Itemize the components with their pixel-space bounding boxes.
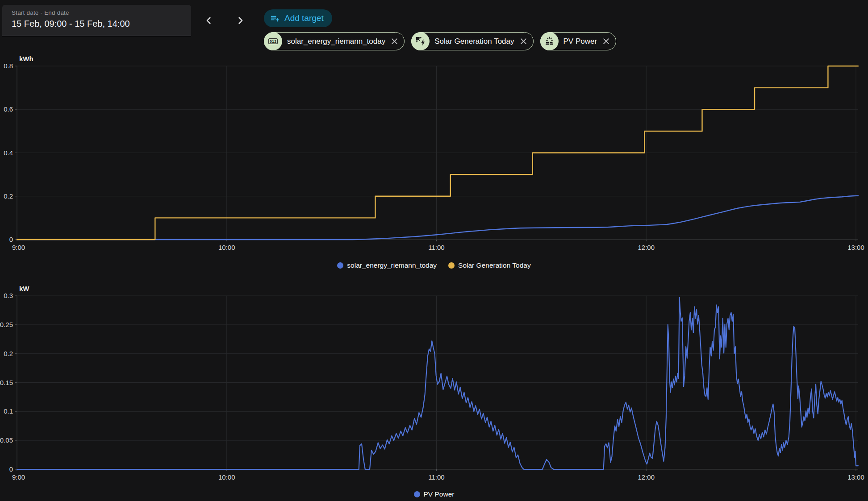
x-tick-label: 10:00	[218, 473, 235, 481]
series-line-solar-energy-riemann-today	[17, 196, 858, 240]
legend-label: solar_energy_riemann_today	[347, 261, 437, 269]
axis-unit-label: kW	[19, 285, 29, 292]
x-tick-label: 9:00	[12, 244, 25, 251]
legend-dot	[414, 491, 420, 497]
y-tick-label: 0.4	[4, 149, 13, 157]
y-tick-label: 0.2	[4, 192, 13, 200]
y-tick-label: 0.15	[0, 379, 13, 386]
axis-unit-label: kWh	[19, 55, 33, 62]
y-tick-label: 0	[9, 465, 13, 473]
y-tick-label: 0.1	[4, 407, 13, 415]
legend-dot	[448, 262, 455, 269]
legend-item[interactable]: PV Power	[414, 490, 455, 498]
bottom-chart-legend: PV Power	[0, 490, 868, 499]
legend-label: PV Power	[424, 490, 455, 498]
y-tick-label: 0.3	[4, 292, 13, 299]
x-tick-label: 13:00	[847, 473, 864, 481]
y-tick-label: 0.25	[0, 321, 13, 328]
y-tick-label: 0.05	[0, 436, 13, 444]
charts-canvas: 00.20.40.60.89:0010:0011:0012:0013:00kWh…	[0, 0, 868, 501]
y-tick-label: 0.6	[4, 105, 13, 113]
x-tick-label: 9:00	[12, 473, 25, 481]
x-tick-label: 11:00	[428, 473, 444, 481]
x-tick-label: 11:00	[428, 244, 444, 251]
legend-dot	[337, 262, 343, 269]
y-tick-label: 0	[9, 236, 13, 243]
legend-item[interactable]: solar_energy_riemann_today	[337, 261, 437, 269]
y-tick-label: 0.2	[4, 350, 13, 357]
y-tick-label: 0.8	[4, 62, 13, 70]
x-tick-label: 12:00	[638, 244, 655, 251]
series-line-pv-power	[17, 298, 858, 469]
x-tick-label: 12:00	[638, 473, 655, 481]
history-explorer-app: Start date - End date 15 Feb, 09:00 - 15…	[0, 0, 868, 501]
x-tick-label: 13:00	[847, 244, 864, 251]
legend-item[interactable]: Solar Generation Today	[448, 261, 531, 269]
legend-label: Solar Generation Today	[458, 261, 531, 269]
x-tick-label: 10:00	[218, 244, 235, 251]
top-chart-legend: solar_energy_riemann_todaySolar Generati…	[0, 261, 868, 270]
